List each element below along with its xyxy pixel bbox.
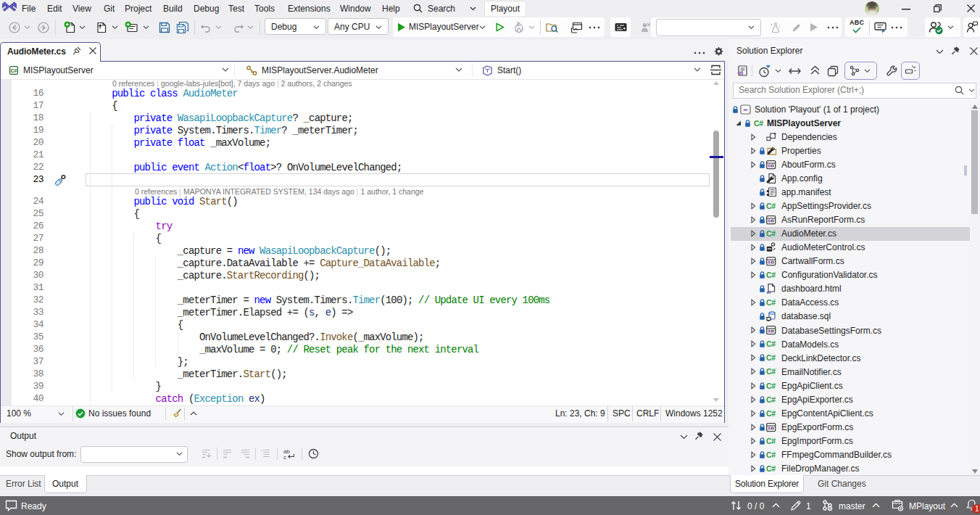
svg-text:c: c (283, 454, 286, 460)
svg-text:∞: ∞ (739, 69, 744, 77)
svg-text:∞: ∞ (743, 106, 747, 113)
svg-text:C#: C# (11, 68, 17, 73)
